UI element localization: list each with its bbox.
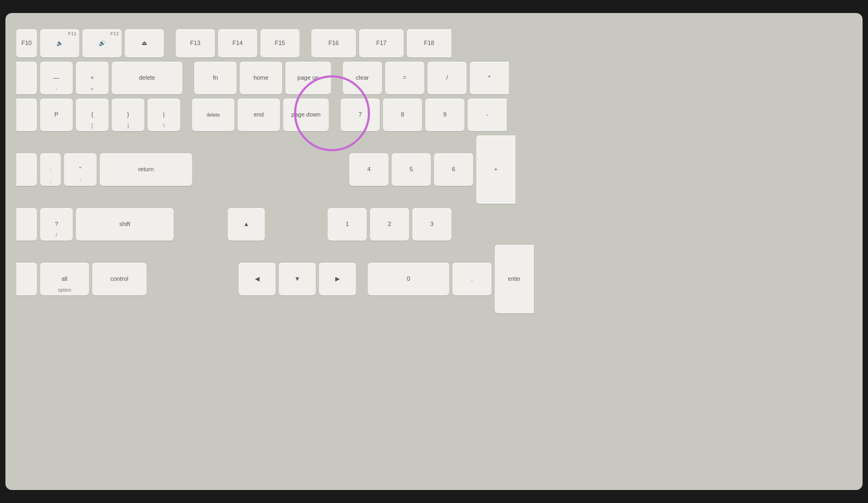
- key-f11[interactable]: 🔈 F11: [40, 29, 79, 57]
- shift-row: ? / shift ▲ 1 2 3: [16, 208, 852, 241]
- key-asterisk-np[interactable]: *: [470, 62, 509, 94]
- key-decimal[interactable]: .: [452, 263, 492, 295]
- key-clear[interactable]: clear: [343, 62, 382, 94]
- key-f12[interactable]: 🔊 F12: [82, 29, 122, 57]
- key-delete[interactable]: delete: [112, 62, 182, 94]
- key-f13[interactable]: F13: [176, 29, 215, 57]
- home-row: : ; " ' return 4 5 6 +: [16, 136, 852, 204]
- key-brace-close[interactable]: } ]: [112, 99, 144, 131]
- key-fn[interactable]: fn: [194, 62, 237, 94]
- key-page-up[interactable]: page up: [285, 62, 331, 94]
- bottom-row: alt option control ◀ ▼ ▶ 0 . enter: [16, 245, 852, 313]
- key-caps-partial[interactable]: [16, 153, 37, 186]
- key-shift-l-partial[interactable]: [16, 208, 37, 241]
- key-return[interactable]: return: [100, 153, 192, 186]
- key-num2[interactable]: 2: [370, 208, 409, 241]
- key-f15[interactable]: F15: [260, 29, 299, 57]
- key-up-arrow[interactable]: ▲: [228, 208, 265, 241]
- key-f10[interactable]: F10: [16, 29, 37, 57]
- key-num6[interactable]: 6: [434, 153, 473, 186]
- qwerty-row: P { [ } ] | \ delete end page down 7: [16, 99, 852, 131]
- key-f16[interactable]: F16: [311, 29, 356, 57]
- key-left-arrow[interactable]: ◀: [239, 263, 276, 295]
- key-pipe[interactable]: | \: [148, 99, 180, 131]
- key-quote[interactable]: " ': [64, 153, 97, 186]
- keyboard: F10 🔈 F11 🔊 F12 ⏏ F13 F14 F15 F16 F17: [5, 13, 863, 490]
- key-down-arrow[interactable]: ▼: [279, 263, 316, 295]
- key-num3[interactable]: 3: [412, 208, 451, 241]
- key-num0[interactable]: 0: [368, 263, 449, 295]
- key-num8[interactable]: 8: [383, 99, 422, 131]
- key-equals-np[interactable]: =: [385, 62, 424, 94]
- key-plus-np[interactable]: +: [476, 136, 515, 204]
- key-f14[interactable]: F14: [218, 29, 257, 57]
- key-enter-np[interactable]: enter: [495, 245, 534, 313]
- key-slash-np[interactable]: /: [427, 62, 467, 94]
- number-row: — - + = delete fn home page up clear = /: [16, 62, 852, 94]
- key-f17[interactable]: F17: [359, 29, 404, 57]
- key-page-down[interactable]: page down: [283, 99, 329, 131]
- key-tilde[interactable]: [16, 62, 37, 94]
- key-eject[interactable]: ⏏: [125, 29, 164, 57]
- key-right-arrow[interactable]: ▶: [319, 263, 356, 295]
- key-brace-open[interactable]: { [: [76, 99, 108, 131]
- key-f18[interactable]: F18: [407, 29, 451, 57]
- key-num7[interactable]: 7: [341, 99, 380, 131]
- key-home[interactable]: home: [240, 62, 282, 94]
- key-num4[interactable]: 4: [349, 153, 388, 186]
- key-end[interactable]: end: [238, 99, 280, 131]
- key-control[interactable]: control: [92, 263, 146, 295]
- fn-key-row: F10 🔈 F11 🔊 F12 ⏏ F13 F14 F15 F16 F17: [16, 29, 852, 57]
- key-num5[interactable]: 5: [392, 153, 431, 186]
- key-tab-partial[interactable]: [16, 99, 37, 131]
- key-option[interactable]: alt option: [40, 263, 89, 295]
- key-command-l-partial[interactable]: [16, 263, 37, 295]
- key-num9[interactable]: 9: [425, 99, 464, 131]
- key-equals[interactable]: + =: [76, 62, 108, 94]
- key-p[interactable]: P: [40, 99, 73, 131]
- key-slash-main[interactable]: ? /: [40, 208, 73, 241]
- key-minus-np[interactable]: -: [468, 99, 507, 131]
- key-semicolon-partial[interactable]: : ;: [40, 153, 61, 186]
- key-del-nav[interactable]: delete: [192, 99, 234, 131]
- key-shift-r[interactable]: shift: [76, 208, 174, 241]
- key-minus[interactable]: — -: [40, 62, 73, 94]
- key-num1[interactable]: 1: [328, 208, 367, 241]
